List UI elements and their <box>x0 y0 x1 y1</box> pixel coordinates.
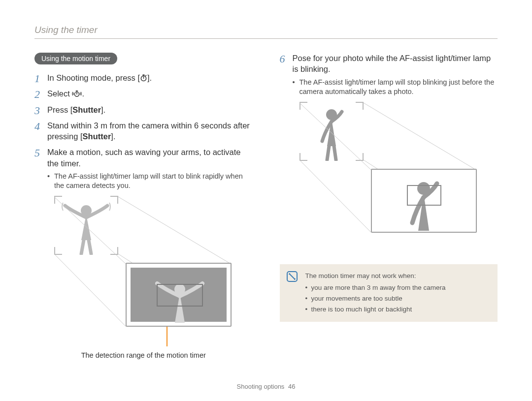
svg-line-3 <box>54 254 126 326</box>
page-title: Using the timer <box>34 25 498 35</box>
svg-line-5 <box>54 197 126 264</box>
right-column: Pose for your photo while the AF-assist … <box>280 53 498 359</box>
step-text: Press [Shutter]. <box>47 105 105 114</box>
step-item: In Shooting mode, press []. <box>34 72 253 83</box>
step-item: Make a motion, such as waving your arms,… <box>34 147 253 191</box>
camera-lcd-right <box>371 169 477 233</box>
note-item: you are more than 3 m away from the came… <box>305 283 490 293</box>
step-text: Make a motion, such as waving your arms,… <box>47 148 241 167</box>
svg-line-6 <box>118 197 231 264</box>
svg-line-13 <box>364 103 476 170</box>
left-column: Using the motion timer In Shooting mode,… <box>34 53 253 359</box>
step-item: Pose for your photo while the AF-assist … <box>280 53 498 97</box>
footer-section: Shooting options <box>237 383 285 390</box>
svg-line-12 <box>299 103 371 170</box>
step-item: Press [Shutter]. <box>34 104 253 115</box>
illustration-left <box>34 196 253 348</box>
motion-timer-icon <box>72 89 82 98</box>
person-waving-lcd-icon <box>131 268 229 324</box>
step-text: In Shooting mode, press []. <box>47 73 152 82</box>
callout-line <box>166 327 167 346</box>
person-posing-lcd-icon <box>372 170 476 232</box>
step-text: Select . <box>47 89 84 98</box>
note-box: The motion timer may not work when: you … <box>280 264 498 322</box>
illustration-right <box>280 102 498 254</box>
step-sub-bullet: The AF-assist light/timer lamp will stop… <box>293 78 498 97</box>
note-items: you are more than 3 m away from the came… <box>305 283 490 315</box>
step-item: Stand within 3 m from the camera within … <box>34 120 253 142</box>
step-sub-bullets: The AF-assist light/timer lamp will star… <box>47 172 253 191</box>
step-sub-bullets: The AF-assist light/timer lamp will stop… <box>293 78 498 97</box>
steps-list-left: In Shooting mode, press [].Select .Press… <box>34 72 253 191</box>
timer-icon <box>140 73 147 82</box>
steps-list-right: Pose for your photo while the AF-assist … <box>280 53 498 97</box>
content-columns: Using the motion timer In Shooting mode,… <box>34 53 498 359</box>
step-text: Pose for your photo while the AF-assist … <box>293 54 491 73</box>
note-lead: The motion timer may not work when: <box>305 271 490 281</box>
page-footer: Shooting options 46 <box>0 383 532 390</box>
title-divider <box>34 38 498 39</box>
note-item: your movements are too subtle <box>305 294 490 304</box>
step-item: Select . <box>34 88 253 99</box>
section-heading: Using the motion timer <box>34 53 117 64</box>
camera-lcd <box>126 263 232 327</box>
note-icon <box>287 271 298 285</box>
footer-page-number: 46 <box>288 383 295 390</box>
svg-line-10 <box>299 160 371 232</box>
note-item: there is too much light or backlight <box>305 305 490 314</box>
illustration-caption: The detection range of the motion timer <box>34 351 253 359</box>
step-text: Stand within 3 m from the camera within … <box>47 121 250 141</box>
step-sub-bullet: The AF-assist light/timer lamp will star… <box>47 172 253 191</box>
